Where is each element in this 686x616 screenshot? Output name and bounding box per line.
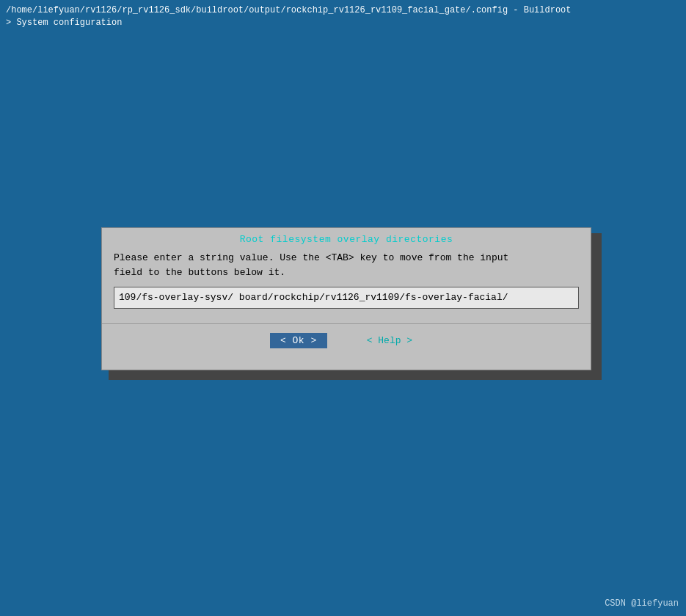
- help-button[interactable]: < Help >: [357, 333, 423, 348]
- ok-button[interactable]: < Ok >: [270, 333, 327, 348]
- dialog-description: Please enter a string value. Use the <TA…: [114, 251, 579, 279]
- dialog-divider: [102, 323, 591, 324]
- overlay-directories-input[interactable]: [119, 292, 574, 303]
- watermark: CSDN @liefyuan: [605, 598, 679, 609]
- terminal-path-line: /home/liefyuan/rv1126/rp_rv1126_sdk/buil…: [6, 4, 680, 17]
- dialog-body: Please enter a string value. Use the <TA…: [102, 248, 591, 323]
- dialog-description-line1: Please enter a string value. Use the <TA…: [114, 251, 579, 265]
- dialog-description-line2: field to the buttons below it.: [114, 265, 579, 280]
- dialog-container: Root filesystem overlay directories Plea…: [101, 227, 591, 370]
- terminal-context-line: > System configuration: [6, 17, 680, 29]
- input-container[interactable]: [114, 287, 579, 309]
- dialog-buttons: < Ok > < Help >: [102, 330, 591, 356]
- dialog-title: Root filesystem overlay directories: [102, 228, 591, 248]
- terminal-header: /home/liefyuan/rv1126/rp_rv1126_sdk/buil…: [0, 0, 686, 34]
